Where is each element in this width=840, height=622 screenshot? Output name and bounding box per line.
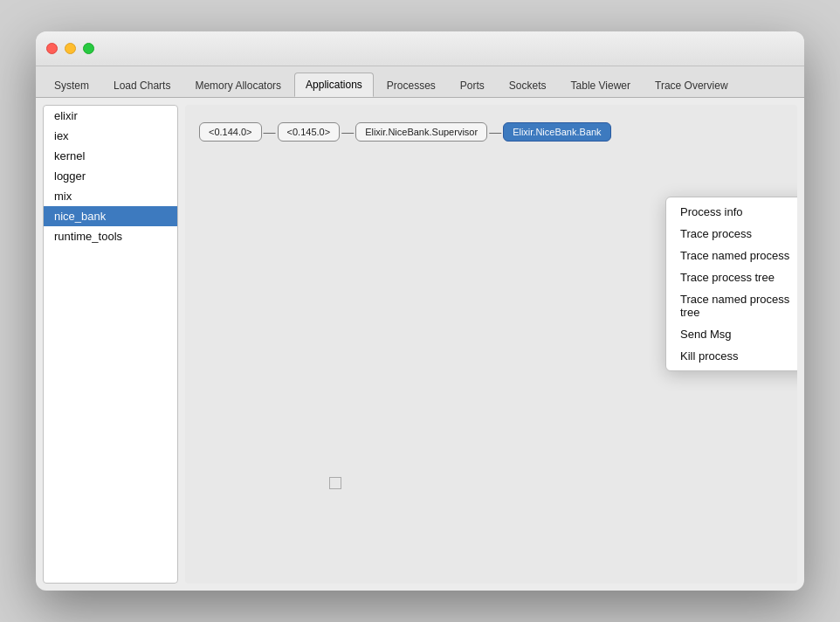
- node-box-1[interactable]: <0.145.0>: [278, 122, 341, 142]
- sidebar-item-nice_bank[interactable]: nice_bank: [44, 206, 177, 226]
- application-list: elixiriexkernelloggermixnice_bankruntime…: [43, 105, 178, 584]
- tab-sockets[interactable]: Sockets: [498, 73, 558, 97]
- tab-processes[interactable]: Processes: [375, 73, 447, 97]
- close-button[interactable]: [46, 43, 58, 54]
- arrow-3: —: [489, 125, 501, 139]
- tab-bar: SystemLoad ChartsMemory AllocatorsApplic…: [36, 66, 804, 98]
- tab-applications[interactable]: Applications: [294, 73, 374, 97]
- sidebar-item-logger[interactable]: logger: [44, 166, 177, 186]
- tab-table-viewer[interactable]: Table Viewer: [560, 73, 642, 97]
- tab-system[interactable]: System: [43, 73, 100, 97]
- titlebar: [36, 31, 804, 66]
- arrow-1: —: [264, 125, 276, 139]
- tab-ports[interactable]: Ports: [449, 73, 496, 97]
- node-box-3[interactable]: Elixir.NiceBank.Bank: [503, 122, 611, 142]
- main-area: <0.144.0>—<0.145.0>—Elixir.NiceBank.Supe…: [185, 105, 797, 584]
- sidebar-item-runtime_tools[interactable]: runtime_tools: [44, 226, 177, 246]
- maximize-button[interactable]: [83, 43, 94, 54]
- content-area: elixiriexkernelloggermixnice_bankruntime…: [36, 98, 804, 591]
- process-node-0: <0.144.0>: [199, 122, 262, 142]
- sidebar-item-kernel[interactable]: kernel: [44, 146, 177, 166]
- context-menu-item-1[interactable]: Trace process: [666, 223, 797, 245]
- process-node-1: <0.145.0>: [278, 122, 341, 142]
- sidebar-item-elixir[interactable]: elixir: [44, 106, 177, 126]
- context-menu-item-4[interactable]: Trace named process tree: [666, 288, 797, 323]
- tab-memory-allocators[interactable]: Memory Allocators: [183, 73, 293, 97]
- selection-indicator: [329, 477, 341, 489]
- process-tree: <0.144.0>—<0.145.0>—Elixir.NiceBank.Supe…: [185, 105, 797, 159]
- main-window: SystemLoad ChartsMemory AllocatorsApplic…: [36, 31, 804, 591]
- tab-trace-overview[interactable]: Trace Overview: [644, 73, 740, 97]
- sidebar-item-iex[interactable]: iex: [44, 126, 177, 146]
- node-box-0[interactable]: <0.144.0>: [199, 122, 262, 142]
- process-node-3: Elixir.NiceBank.Bank: [503, 122, 611, 142]
- context-menu-item-5[interactable]: Send Msg: [666, 323, 797, 345]
- tab-load-charts[interactable]: Load Charts: [102, 73, 182, 97]
- context-menu-item-6[interactable]: Kill process: [666, 345, 797, 367]
- context-menu-item-2[interactable]: Trace named process: [666, 245, 797, 266]
- context-menu-item-0[interactable]: Process info: [666, 201, 797, 223]
- traffic-lights: [46, 43, 94, 54]
- node-box-2[interactable]: Elixir.NiceBank.Supervisor: [355, 122, 487, 142]
- arrow-2: —: [341, 125, 354, 139]
- process-node-2: Elixir.NiceBank.Supervisor: [355, 122, 487, 142]
- minimize-button[interactable]: [65, 43, 76, 54]
- context-menu: Process infoTrace processTrace named pro…: [665, 197, 797, 371]
- sidebar-item-mix[interactable]: mix: [44, 186, 177, 206]
- context-menu-item-3[interactable]: Trace process tree: [666, 266, 797, 288]
